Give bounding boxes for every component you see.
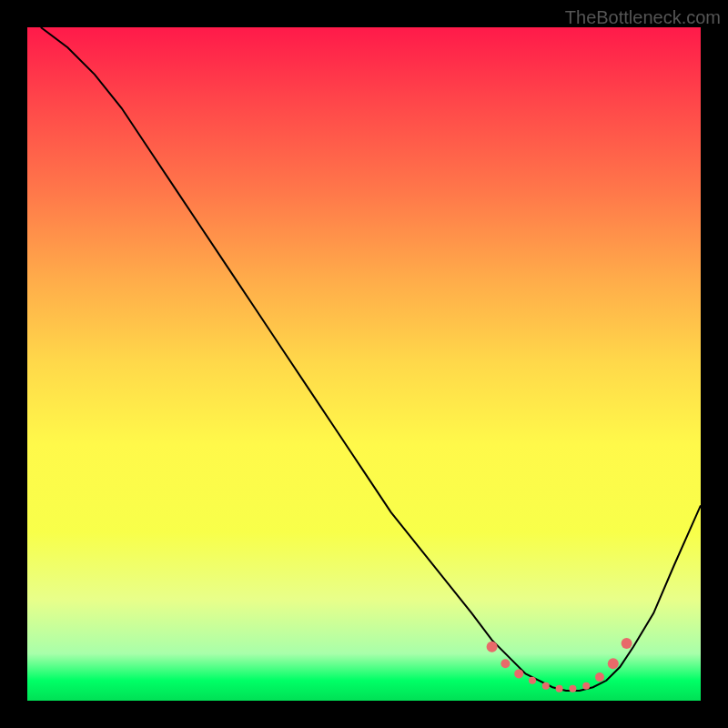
marker-dot xyxy=(487,642,498,652)
watermark-text: TheBottleneck.com xyxy=(565,7,721,28)
marker-dot xyxy=(582,682,590,690)
marker-dot xyxy=(500,659,510,668)
marker-dot xyxy=(514,669,523,678)
chart-svg xyxy=(27,27,701,701)
marker-dot xyxy=(529,677,536,684)
marker-dot xyxy=(569,685,576,693)
marker-dot xyxy=(542,682,550,690)
marker-dot xyxy=(556,685,563,693)
chart-plot-area xyxy=(27,27,701,701)
marker-dot xyxy=(622,638,632,649)
marker-dot xyxy=(608,658,619,669)
bottleneck-curve xyxy=(41,27,701,691)
marker-dot xyxy=(595,672,604,682)
marker-dots xyxy=(487,638,632,693)
